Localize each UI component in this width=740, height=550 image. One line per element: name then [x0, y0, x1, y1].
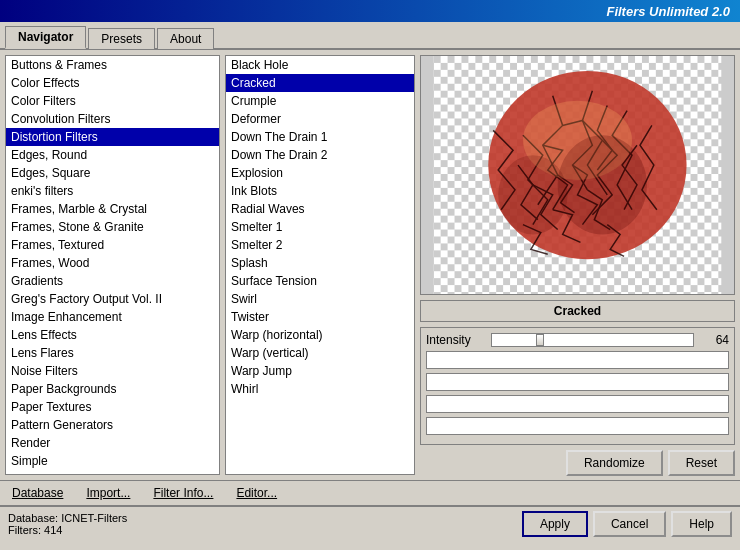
intensity-value: 64: [699, 333, 729, 347]
list-item-surface-tension[interactable]: Surface Tension: [226, 272, 414, 290]
list-item-frames-textured[interactable]: Frames, Textured: [6, 236, 219, 254]
list-item-edges-round[interactable]: Edges, Round: [6, 146, 219, 164]
import-button[interactable]: Import...: [82, 484, 134, 502]
list-item-noise[interactable]: Noise Filters: [6, 362, 219, 380]
editor-button[interactable]: Editor...: [232, 484, 281, 502]
intensity-label: Intensity: [426, 333, 486, 347]
list-item-pattern[interactable]: Pattern Generators: [6, 416, 219, 434]
database-button[interactable]: Database: [8, 484, 67, 502]
list-item-frames-stone[interactable]: Frames, Stone & Granite: [6, 218, 219, 236]
list-item-render[interactable]: Render: [6, 434, 219, 452]
list-item-splash[interactable]: Splash: [226, 254, 414, 272]
title-bar: Filters Unlimited 2.0: [0, 0, 740, 22]
preview-image: [421, 56, 734, 294]
list-item-convolution[interactable]: Convolution Filters: [6, 110, 219, 128]
list-item-edges-square[interactable]: Edges, Square: [6, 164, 219, 182]
middle-panel-list[interactable]: Black Hole Cracked Crumple Deformer Down…: [225, 55, 415, 475]
filters-label: Filters:: [8, 524, 41, 536]
list-item-warp-jump[interactable]: Warp Jump: [226, 362, 414, 380]
intensity-slider-row: Intensity 64: [426, 333, 729, 347]
intensity-slider-thumb[interactable]: [536, 334, 544, 346]
list-item-gregs[interactable]: Greg's Factory Output Vol. II: [6, 290, 219, 308]
list-item-twister[interactable]: Twister: [226, 308, 414, 326]
cancel-button[interactable]: Cancel: [593, 511, 666, 537]
list-item-frames-wood[interactable]: Frames, Wood: [6, 254, 219, 272]
reset-button[interactable]: Reset: [668, 450, 735, 476]
list-item-cracked[interactable]: Cracked: [226, 74, 414, 92]
filter-name-display: Cracked: [420, 300, 735, 322]
tab-about[interactable]: About: [157, 28, 214, 49]
list-item-smelter-2[interactable]: Smelter 2: [226, 236, 414, 254]
list-item-whirl[interactable]: Whirl: [226, 380, 414, 398]
list-item-gradients[interactable]: Gradients: [6, 272, 219, 290]
list-item-image-enhancement[interactable]: Image Enhancement: [6, 308, 219, 326]
empty-slider-2: [426, 373, 729, 391]
bottom-toolbar: Database Import... Filter Info... Editor…: [0, 480, 740, 506]
list-item-black-hole[interactable]: Black Hole: [226, 56, 414, 74]
main-content: Buttons & Frames Color Effects Color Fil…: [0, 50, 740, 480]
slider-section: Intensity 64: [420, 327, 735, 445]
list-item-deformer[interactable]: Deformer: [226, 110, 414, 128]
list-item-lens-effects[interactable]: Lens Effects: [6, 326, 219, 344]
list-item-simple[interactable]: Simple: [6, 452, 219, 470]
list-item-ink-blots[interactable]: Ink Blots: [226, 182, 414, 200]
list-item-paper-bg[interactable]: Paper Backgrounds: [6, 380, 219, 398]
database-value: ICNET-Filters: [61, 512, 127, 524]
list-item-color-filters[interactable]: Color Filters: [6, 92, 219, 110]
list-item-swirl[interactable]: Swirl: [226, 290, 414, 308]
tab-navigator[interactable]: Navigator: [5, 26, 86, 49]
tab-bar: Navigator Presets About: [0, 22, 740, 50]
list-item-explosion[interactable]: Explosion: [226, 164, 414, 182]
apply-button[interactable]: Apply: [522, 511, 588, 537]
empty-slider-4: [426, 417, 729, 435]
tab-presets[interactable]: Presets: [88, 28, 155, 49]
preview-area: [420, 55, 735, 295]
list-item-distortion[interactable]: Distortion Filters: [6, 128, 219, 146]
action-buttons: Apply Cancel Help: [522, 511, 732, 537]
list-item-frames-marble[interactable]: Frames, Marble & Crystal: [6, 200, 219, 218]
list-item-warp-v[interactable]: Warp (vertical): [226, 344, 414, 362]
list-item-radial-waves[interactable]: Radial Waves: [226, 200, 414, 218]
filter-info-button[interactable]: Filter Info...: [149, 484, 217, 502]
list-item-lens-flares[interactable]: Lens Flares: [6, 344, 219, 362]
list-item-enkis[interactable]: enki's filters: [6, 182, 219, 200]
list-item-special1[interactable]: Special Effects 1: [6, 470, 219, 475]
list-item-smelter-1[interactable]: Smelter 1: [226, 218, 414, 236]
intensity-slider-track[interactable]: [491, 333, 694, 347]
list-item-down-drain-1[interactable]: Down The Drain 1: [226, 128, 414, 146]
help-button[interactable]: Help: [671, 511, 732, 537]
randomize-button[interactable]: Randomize: [566, 450, 663, 476]
title-text: Filters Unlimited 2.0: [606, 4, 730, 19]
randomize-reset-buttons: Randomize Reset: [566, 450, 735, 476]
database-label: Database:: [8, 512, 58, 524]
list-item-crumple[interactable]: Crumple: [226, 92, 414, 110]
svg-point-8: [498, 155, 567, 234]
list-item-warp-h[interactable]: Warp (horizontal): [226, 326, 414, 344]
empty-slider-3: [426, 395, 729, 413]
list-item-down-drain-2[interactable]: Down The Drain 2: [226, 146, 414, 164]
list-item-color-effects[interactable]: Color Effects: [6, 74, 219, 92]
filters-value: 414: [44, 524, 62, 536]
list-item-buttons-frames[interactable]: Buttons & Frames: [6, 56, 219, 74]
empty-slider-1: [426, 351, 729, 369]
svg-point-7: [558, 135, 647, 234]
left-panel-list[interactable]: Buttons & Frames Color Effects Color Fil…: [5, 55, 220, 475]
right-panel: Cracked Intensity 64 Randomize Reset: [420, 55, 735, 475]
list-item-paper-tex[interactable]: Paper Textures: [6, 398, 219, 416]
status-bar: Database: ICNET-Filters Filters: 414: [8, 512, 522, 536]
